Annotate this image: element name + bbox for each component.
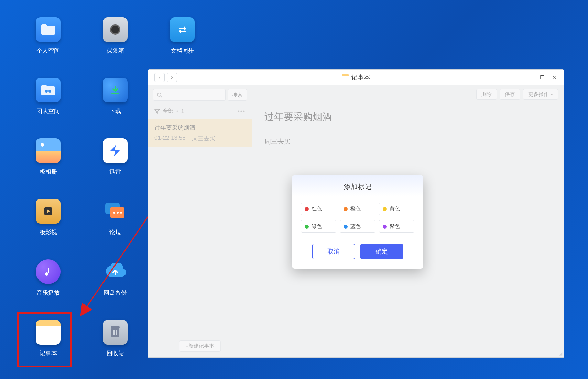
- app-trash[interactable]: 回收站: [91, 320, 139, 357]
- app-label: 团队空间: [36, 107, 60, 115]
- modal-title: 添加标记: [292, 175, 423, 196]
- more-actions-button[interactable]: 更多操作 ▾: [523, 89, 558, 100]
- note-list-item[interactable]: 过年要采购烟酒 01-22 13:58 周三去买: [148, 119, 252, 147]
- app-video[interactable]: 极影视: [24, 199, 72, 236]
- sync-icon: ⇄: [170, 17, 195, 42]
- music-icon: [36, 259, 61, 284]
- safe-icon: [103, 17, 128, 42]
- delete-button[interactable]: 删除: [476, 89, 497, 100]
- chevron-down-icon: ▾: [551, 92, 553, 97]
- save-button[interactable]: 保存: [500, 89, 520, 100]
- app-label: 迅雷: [109, 168, 121, 176]
- search-input[interactable]: [153, 89, 226, 101]
- app-label: 回收站: [107, 349, 124, 357]
- add-tag-modal: 添加标记 红色 橙色 黄色 绿色 蓝色 紫色 取消 确定: [292, 175, 423, 269]
- app-xunlei[interactable]: 迅雷: [91, 138, 139, 176]
- tag-option-blue[interactable]: 蓝色: [340, 220, 375, 233]
- purple-dot-icon: [383, 225, 387, 229]
- search-button[interactable]: 搜索: [228, 89, 247, 101]
- nav-back-button[interactable]: ‹: [154, 73, 165, 82]
- yellow-dot-icon: [383, 207, 387, 211]
- svg-rect-11: [111, 326, 120, 328]
- filter-count: 1: [181, 108, 184, 115]
- minimize-button[interactable]: —: [526, 74, 533, 80]
- svg-point-0: [45, 90, 48, 93]
- more-icon[interactable]: •••: [238, 108, 246, 115]
- titlebar: ‹ › 记事本 — ☐ ✕: [148, 70, 564, 85]
- filter-icon: [154, 109, 160, 114]
- app-team-space[interactable]: 团队空间: [24, 78, 72, 115]
- app-personal-space[interactable]: 个人空间: [24, 17, 72, 55]
- app-label: 个人空间: [36, 47, 60, 55]
- search-icon: [157, 92, 162, 98]
- ok-button[interactable]: 确定: [360, 244, 403, 259]
- tag-option-orange[interactable]: 橙色: [340, 203, 375, 215]
- tag-option-red[interactable]: 红色: [301, 203, 336, 215]
- tag-option-purple[interactable]: 紫色: [379, 220, 414, 233]
- team-folder-icon: [36, 78, 61, 102]
- app-forum[interactable]: 论坛: [91, 199, 139, 236]
- app-label: 下载: [109, 107, 121, 115]
- note-body-text: 周三去买: [264, 137, 551, 146]
- blue-dot-icon: [344, 225, 348, 229]
- tag-option-yellow[interactable]: 黄色: [379, 203, 414, 215]
- red-dot-icon: [305, 207, 309, 211]
- app-doc-sync[interactable]: ⇄ 文档同步: [158, 17, 206, 55]
- app-music[interactable]: 音乐播放: [24, 259, 72, 297]
- svg-rect-10: [111, 328, 119, 337]
- nav-forward-button[interactable]: ›: [167, 73, 177, 82]
- cloud-backup-icon: [103, 259, 128, 284]
- svg-rect-13: [116, 330, 117, 335]
- app-label: 音乐播放: [36, 289, 60, 297]
- app-safe[interactable]: 保险箱: [91, 17, 139, 55]
- resize-handle-icon[interactable]: ◢: [559, 351, 562, 356]
- note-item-title: 过年要采购烟酒: [154, 124, 246, 132]
- add-note-button[interactable]: +新建记事本: [179, 340, 221, 352]
- note-item-date: 01-22 13:58: [154, 134, 186, 142]
- app-label: 论坛: [109, 228, 121, 236]
- close-button[interactable]: ✕: [551, 74, 557, 80]
- cancel-button[interactable]: 取消: [312, 244, 355, 259]
- video-icon: [36, 199, 61, 224]
- note-title: 过年要采购烟酒: [264, 110, 551, 123]
- app-label: 文档同步: [171, 47, 194, 55]
- note-list-panel: 搜索 全部 • 1 ••• 过年要采购烟酒 01-22 13:58 周三去买 +…: [148, 85, 252, 357]
- green-dot-icon: [305, 225, 309, 229]
- svg-point-1: [48, 90, 51, 93]
- svg-rect-9: [48, 268, 49, 273]
- folder-icon: [36, 17, 61, 42]
- maximize-button[interactable]: ☐: [539, 74, 545, 80]
- svg-line-16: [161, 96, 162, 97]
- orange-dot-icon: [344, 207, 348, 211]
- app-label: 极影视: [40, 228, 57, 236]
- svg-point-5: [113, 212, 115, 214]
- svg-point-6: [117, 212, 119, 214]
- app-photos[interactable]: 极相册: [24, 138, 72, 176]
- svg-point-7: [120, 212, 122, 214]
- app-label: 极相册: [40, 168, 57, 176]
- trash-icon: [103, 320, 128, 345]
- tag-option-green[interactable]: 绿色: [301, 220, 336, 233]
- annotation-highlight: [17, 312, 72, 367]
- app-download[interactable]: 下载: [91, 78, 139, 115]
- download-icon: [103, 78, 128, 102]
- app-label: 保险箱: [107, 47, 124, 55]
- window-title: 记事本: [351, 73, 370, 82]
- forum-icon: [103, 199, 128, 224]
- svg-rect-12: [113, 330, 115, 335]
- notepad-title-icon: [342, 74, 349, 81]
- photos-icon: [36, 138, 61, 163]
- note-item-preview: 周三去买: [192, 134, 215, 142]
- app-cloud-backup[interactable]: 网盘备份: [91, 259, 139, 297]
- filter-label[interactable]: 全部: [163, 108, 174, 115]
- app-label: 网盘备份: [104, 289, 127, 297]
- svg-point-15: [157, 93, 161, 96]
- xunlei-icon: [103, 138, 128, 163]
